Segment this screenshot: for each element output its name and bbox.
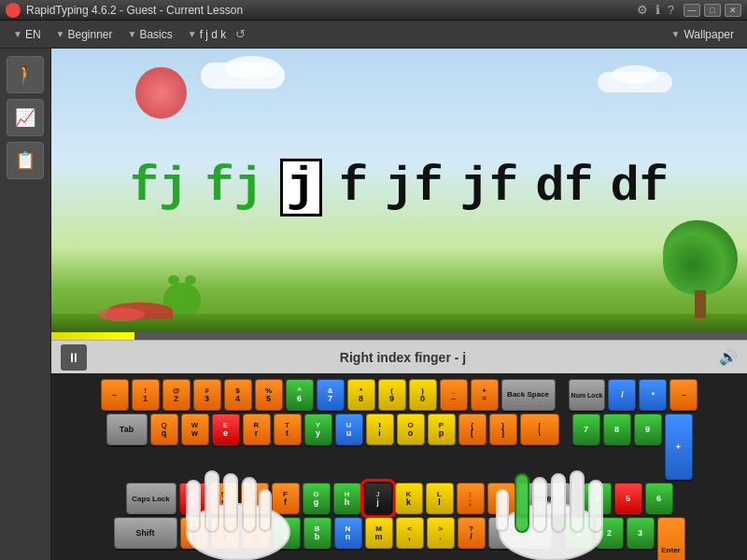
key-7[interactable]: &7 (317, 379, 345, 411)
key-6[interactable]: ^6 (286, 379, 314, 411)
key-quote[interactable]: "' (487, 483, 515, 514)
sidebar: 🚶 📈 📋 (0, 49, 51, 560)
key-z[interactable]: Zz (180, 517, 208, 549)
key-c[interactable]: Cc (242, 517, 270, 549)
refresh-icon[interactable]: ↺ (235, 27, 246, 41)
close-button[interactable]: ✕ (725, 4, 741, 17)
key-5[interactable]: %5 (255, 379, 283, 411)
maximize-button[interactable]: □ (704, 4, 721, 17)
key-lbracket[interactable]: {[ (458, 413, 486, 445)
pause-button[interactable]: ⏸ (61, 344, 87, 371)
key-e[interactable]: Ee (212, 413, 240, 445)
key-num-1[interactable]: 1 (565, 517, 593, 549)
key-num-6[interactable]: 6 (645, 483, 673, 514)
key-o[interactable]: Oo (397, 413, 425, 445)
key-t[interactable]: Tt (274, 413, 302, 445)
info-icon[interactable]: ℹ (655, 3, 660, 17)
key-j[interactable]: Jj (364, 483, 392, 514)
help-icon[interactable]: ? (668, 3, 674, 17)
key-comma[interactable]: <, (396, 517, 424, 549)
sidebar-stats-button[interactable]: 📈 (7, 99, 44, 136)
key-equals[interactable]: += (471, 379, 499, 411)
sidebar-lessons-button[interactable]: 📋 (7, 142, 44, 179)
cloud-2b (612, 65, 658, 84)
key-v[interactable]: Vv (273, 517, 301, 549)
level-menu[interactable]: ▼ Beginner (50, 25, 119, 44)
key-num-8[interactable]: 8 (603, 413, 631, 445)
key-r[interactable]: Rr (243, 413, 271, 445)
key-num-3[interactable]: 3 (627, 517, 655, 549)
volume-button[interactable]: 🔊 (719, 348, 738, 366)
minimize-button[interactable]: — (684, 4, 700, 17)
key-d[interactable]: Dd (241, 483, 269, 514)
key-num-enter[interactable]: Enter (657, 517, 685, 560)
key-1[interactable]: !1 (132, 379, 160, 411)
key-9[interactable]: (9 (378, 379, 406, 411)
key-backslash[interactable]: |\ (520, 413, 559, 445)
key-s[interactable]: Ss (210, 483, 238, 514)
key-num-2[interactable]: 2 (596, 517, 624, 549)
title-bar: RapidTyping 4.6.2 - Guest - Current Less… (0, 0, 747, 21)
key-k[interactable]: Kk (395, 483, 423, 514)
char-jf-1: jf (385, 163, 443, 212)
key-rbracket[interactable]: }] (489, 413, 517, 445)
key-m[interactable]: Mm (365, 517, 393, 549)
keyboard-row-2: Tab Qq Ww Ee Rr Tt Yy Uu Ii Oo Pp {[ }] … (59, 413, 740, 480)
key-q[interactable]: Qq (150, 413, 178, 445)
key-f[interactable]: Ff (272, 483, 300, 514)
key-x[interactable]: Xx (211, 517, 239, 549)
course-menu[interactable]: ▼ Basics (122, 25, 178, 44)
key-shift-right[interactable]: Shift (488, 517, 552, 549)
key-semicolon[interactable]: :; (457, 483, 485, 514)
key-enter[interactable]: Enter (518, 483, 571, 514)
tool-icons: ⚙ ℹ ? (637, 3, 674, 17)
window-controls: — □ ✕ (684, 4, 741, 17)
key-b[interactable]: Bb (303, 517, 331, 549)
key-2[interactable]: @2 (162, 379, 190, 411)
key-a[interactable]: Aa (179, 483, 207, 514)
key-num-star[interactable]: * (639, 379, 667, 411)
key-3[interactable]: #3 (193, 379, 221, 411)
key-y[interactable]: Yy (304, 413, 332, 445)
sun-decoration (135, 67, 187, 119)
key-numlock[interactable]: Num Lock (569, 379, 606, 411)
key-u[interactable]: Uu (335, 413, 363, 445)
key-h[interactable]: Hh (333, 483, 361, 514)
language-menu[interactable]: ▼ EN (7, 25, 47, 44)
key-num-minus[interactable]: – (669, 379, 698, 411)
key-slash[interactable]: ?/ (458, 517, 486, 549)
key-num-plus[interactable]: + (665, 413, 693, 480)
key-n[interactable]: Nn (334, 517, 362, 549)
key-shift-left[interactable]: Shift (114, 517, 177, 549)
key-period[interactable]: >. (427, 517, 455, 549)
settings-icon[interactable]: ⚙ (637, 3, 648, 17)
key-l[interactable]: Ll (426, 483, 454, 514)
key-p[interactable]: Pp (428, 413, 456, 445)
tree-trunk (695, 290, 706, 318)
key-i[interactable]: Ii (366, 413, 394, 445)
key-minus[interactable]: – (101, 379, 129, 411)
key-num-9[interactable]: 9 (634, 413, 662, 445)
flower-2 (98, 308, 145, 321)
key-g[interactable]: Gg (303, 483, 331, 514)
key-dash[interactable]: _– (440, 379, 468, 411)
lesson-view: fj fj j f jf jf df df (51, 49, 747, 332)
key-backspace[interactable]: Back Space (501, 379, 556, 411)
lesson-menu[interactable]: ▼ f j d k (182, 25, 233, 44)
app-title: RapidTyping 4.6.2 - Guest - Current Less… (26, 4, 637, 17)
key-num-slash[interactable]: / (608, 379, 636, 411)
key-4[interactable]: $4 (224, 379, 252, 411)
key-num-4[interactable]: 4 (584, 483, 612, 514)
key-w[interactable]: Ww (181, 413, 209, 445)
key-num-7[interactable]: 7 (572, 413, 600, 445)
key-0[interactable]: )0 (409, 379, 437, 411)
key-num-5[interactable]: 5 (614, 483, 642, 514)
key-tab[interactable]: Tab (106, 413, 148, 445)
key-8[interactable]: *8 (347, 379, 375, 411)
wallpaper-menu[interactable]: ▼ Wallpaper (666, 25, 740, 44)
char-fj-1: fj (130, 163, 188, 212)
progress-bar (51, 332, 134, 340)
progress-area (51, 332, 747, 340)
key-capslock[interactable]: Caps Lock (126, 483, 176, 514)
sidebar-lesson-button[interactable]: 🚶 (7, 56, 44, 93)
